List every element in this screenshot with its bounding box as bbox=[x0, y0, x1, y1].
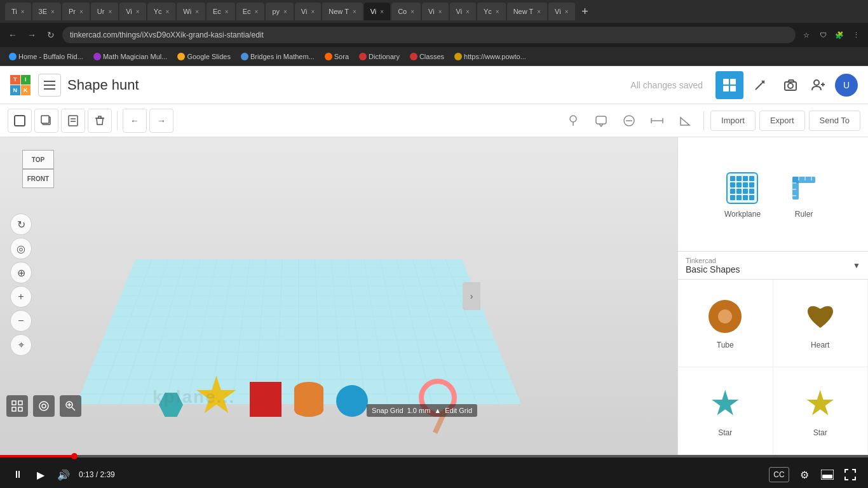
url-bar[interactable]: tinkercad.com/things/iXvsD9oXXik-grand-k… bbox=[62, 27, 796, 43]
browser-tab-19[interactable]: Vi × bbox=[548, 3, 574, 20]
fit-view-button[interactable]: ⊕ bbox=[10, 262, 32, 283]
copy-button[interactable] bbox=[34, 109, 58, 133]
shape-cylinder[interactable] bbox=[294, 382, 323, 417]
undo-button[interactable]: ← bbox=[123, 109, 147, 133]
browser-tab-14[interactable]: Co × bbox=[391, 3, 421, 20]
send-to-button[interactable]: Send To bbox=[809, 111, 860, 131]
orbit-button[interactable]: ◎ bbox=[10, 238, 32, 259]
browser-tab-16[interactable]: Vi × bbox=[450, 3, 476, 20]
shape-box[interactable] bbox=[250, 382, 281, 417]
forward-button[interactable]: → bbox=[24, 27, 39, 43]
browser-tab-2[interactable]: 3E × bbox=[32, 3, 61, 20]
pickaxe-button[interactable] bbox=[746, 71, 774, 99]
tinkercad-logo[interactable]: T I N K bbox=[10, 75, 31, 95]
dimension-tool[interactable] bbox=[645, 109, 669, 133]
cc-button[interactable]: CC bbox=[769, 467, 789, 482]
bookmark-5[interactable]: Sora bbox=[321, 51, 353, 62]
dropdown-arrow-icon[interactable]: ▼ bbox=[853, 261, 860, 270]
view-cube-top[interactable]: TOP bbox=[22, 150, 54, 169]
list-view-button[interactable] bbox=[38, 74, 61, 97]
pause-button[interactable]: ⏸ bbox=[10, 467, 25, 482]
import-button[interactable]: Import bbox=[710, 111, 756, 131]
view-cube[interactable]: TOP FRONT bbox=[13, 150, 64, 201]
add-user-button[interactable] bbox=[807, 74, 830, 97]
browser-tabs: Ti × 3E × Pr × Ur × Vi × Yc × Wi × Ec × … bbox=[0, 0, 868, 23]
camera-button[interactable] bbox=[776, 71, 804, 99]
home-view-button[interactable]: ⌖ bbox=[10, 334, 32, 356]
view-cube-front[interactable]: FRONT bbox=[22, 169, 54, 188]
extensions-icon[interactable]: 🧩 bbox=[832, 28, 846, 42]
back-button[interactable]: ← bbox=[5, 27, 20, 43]
browser-tab-3[interactable]: Pr × bbox=[62, 3, 90, 20]
browser-tab-15[interactable]: Vi × bbox=[422, 3, 448, 20]
redo-button[interactable]: → bbox=[149, 109, 173, 133]
browser-tab-6[interactable]: Yc × bbox=[147, 3, 176, 20]
new-design-button[interactable] bbox=[8, 109, 32, 133]
bookmark-2[interactable]: Math Magician Mul... bbox=[90, 51, 171, 62]
speech-bubble-tool[interactable] bbox=[589, 109, 613, 133]
volume-button[interactable]: 🔊 bbox=[56, 467, 71, 482]
browser-tab-17[interactable]: Yc × bbox=[477, 3, 506, 20]
bookmark-4[interactable]: Bridges in Mathem... bbox=[237, 51, 318, 62]
browser-tab-10[interactable]: py × bbox=[266, 3, 293, 20]
shape-sphere[interactable] bbox=[336, 385, 368, 417]
workplane-tool[interactable]: Workplane bbox=[724, 170, 761, 219]
svg-point-66 bbox=[42, 404, 46, 408]
circle-tool[interactable] bbox=[617, 109, 641, 133]
collapse-panel-button[interactable]: › bbox=[463, 282, 480, 310]
shape-item-heart[interactable]: Heart bbox=[773, 280, 869, 367]
user-avatar[interactable]: U bbox=[835, 74, 858, 97]
browser-tab-13-active[interactable]: Vi × bbox=[364, 3, 390, 20]
browser-tab-12[interactable]: New T × bbox=[322, 3, 362, 20]
export-button[interactable]: Export bbox=[759, 111, 805, 131]
delete-button[interactable] bbox=[88, 109, 112, 133]
target-button[interactable] bbox=[33, 395, 55, 417]
menu-icon[interactable]: ⋮ bbox=[849, 28, 863, 42]
rotate-button[interactable]: ↻ bbox=[10, 214, 32, 235]
edit-grid-label[interactable]: Edit Grid bbox=[445, 407, 472, 414]
play-button[interactable]: ▶ bbox=[33, 467, 48, 482]
shape-item-star-teal[interactable]: Star bbox=[678, 367, 773, 455]
browser-tab-4[interactable]: Ur × bbox=[91, 3, 118, 20]
bookmark-8[interactable]: https://www.powto... bbox=[451, 51, 530, 62]
shape-item-tube[interactable]: Tube bbox=[678, 280, 773, 367]
bookmark-1[interactable]: Home - Buffalo Rid... bbox=[5, 51, 87, 62]
zoom-in-button[interactable]: + bbox=[10, 286, 32, 308]
zoom-out-button[interactable]: − bbox=[10, 310, 32, 332]
browser-tab-11[interactable]: Vi × bbox=[295, 3, 321, 20]
browser-tab-9[interactable]: Ec × bbox=[236, 3, 265, 20]
fit-all-button[interactable] bbox=[6, 395, 28, 417]
pin-tool[interactable] bbox=[561, 109, 585, 133]
browser-tab-1[interactable]: Ti × bbox=[5, 3, 31, 20]
shield-icon[interactable]: 🛡 bbox=[816, 28, 830, 42]
bookmark-7[interactable]: Classes bbox=[406, 51, 448, 62]
ruler-tool[interactable]: Ruler bbox=[786, 170, 822, 219]
shape-item-star-yellow[interactable]: Star bbox=[773, 367, 869, 455]
panel-top-tools: Workplane bbox=[678, 137, 868, 252]
top-toolbar: T I N K Shape hunt All changes saved bbox=[0, 66, 868, 104]
new-tab-button[interactable]: + bbox=[576, 3, 594, 20]
star-teal-icon bbox=[711, 390, 739, 418]
viewport[interactable]: TOP FRONT ↻ ◎ ⊕ + − ⌖ bbox=[0, 137, 677, 455]
theater-mode-button[interactable] bbox=[820, 467, 835, 482]
panel-icons-row: Workplane bbox=[724, 170, 822, 219]
zoom-fit-button[interactable] bbox=[60, 395, 81, 417]
bookmark-icon[interactable]: ☆ bbox=[799, 28, 813, 42]
bookmark-3[interactable]: Google Slides bbox=[173, 51, 234, 62]
angle-tool[interactable] bbox=[673, 109, 697, 133]
browser-tab-18[interactable]: New T × bbox=[507, 3, 547, 20]
notes-button[interactable] bbox=[61, 109, 85, 133]
browser-tab-5[interactable]: Vi × bbox=[119, 3, 146, 20]
bookmark-6[interactable]: Dictionary bbox=[355, 51, 403, 62]
progress-bar[interactable] bbox=[0, 455, 868, 458]
grid-view-button[interactable] bbox=[715, 71, 743, 99]
right-tools: Import Export Send To bbox=[561, 109, 860, 133]
shapes-dropdown[interactable]: Tinkercad Basic Shapes ▼ bbox=[678, 252, 868, 280]
refresh-button[interactable]: ↻ bbox=[43, 27, 58, 43]
browser-tab-7[interactable]: Wi × bbox=[177, 3, 205, 20]
tube-visual bbox=[706, 297, 744, 336]
settings-button[interactable]: ⚙ bbox=[797, 467, 812, 482]
fullscreen-button[interactable] bbox=[843, 467, 858, 482]
browser-tab-8[interactable]: Ec × bbox=[207, 3, 235, 20]
snap-grid-arrow[interactable]: ▲ bbox=[434, 407, 441, 414]
